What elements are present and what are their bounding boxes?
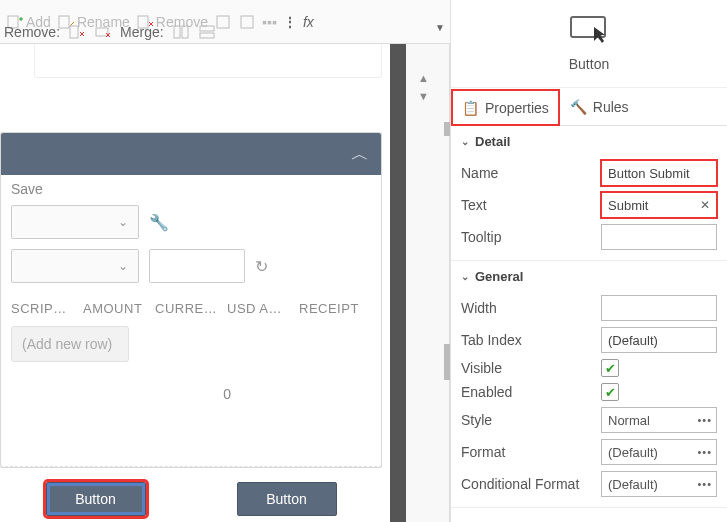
add-row-button[interactable]: (Add new row) <box>11 326 129 362</box>
panel-outline <box>34 44 382 78</box>
width-input[interactable] <box>601 295 717 321</box>
wrench-icon[interactable]: 🔧 <box>149 213 169 232</box>
form-panel: ︿ Save ⌄ 🔧 ⌄ ↻ SCRIP… AMOUNT CURRE… USD … <box>0 132 382 468</box>
tab-label: Properties <box>485 100 549 116</box>
ruler-arrow-down-icon: ▼ <box>418 90 429 102</box>
clear-icon[interactable]: ✕ <box>700 198 710 212</box>
tab-properties[interactable]: 📋 Properties <box>451 89 560 126</box>
inspector-header: Button <box>451 0 727 88</box>
tabindex-label: Tab Index <box>461 332 601 348</box>
format-label: Format <box>461 444 601 460</box>
toolbar-lower: Remove: Merge: <box>0 20 216 44</box>
enabled-label: Enabled <box>461 384 601 400</box>
detail-header[interactable]: ⌄ Detail <box>451 126 727 156</box>
text-input[interactable] <box>149 249 245 283</box>
merge-label: Merge: <box>120 24 164 40</box>
toolbar-icon-2[interactable] <box>238 13 256 31</box>
cond-format-label: Conditional Format <box>461 476 601 492</box>
inspector-tabs: 📋 Properties 🔨 Rules <box>451 88 727 126</box>
remove-label: Remove: <box>4 24 60 40</box>
width-label: Width <box>461 300 601 316</box>
section-title: General <box>475 269 523 284</box>
total-value: 0 <box>11 386 371 402</box>
text-label: Text <box>461 197 601 213</box>
tabindex-input[interactable]: (Default) <box>601 327 717 353</box>
name-input[interactable]: Button Submit <box>601 160 717 186</box>
secondary-button-canvas[interactable]: Button <box>237 482 337 516</box>
ruler-arrow-up-icon: ▲ <box>418 72 429 84</box>
remove-row-icon[interactable] <box>94 23 112 41</box>
cond-format-combo[interactable]: (Default)••• <box>601 471 717 497</box>
general-section: ⌄ General Width Tab Index (Default) Visi… <box>451 261 727 508</box>
dropdown-2[interactable]: ⌄ <box>11 249 139 283</box>
fx-button[interactable]: fx <box>303 14 314 30</box>
more-icon[interactable]: ••• <box>697 446 712 458</box>
detail-section: ⌄ Detail Name Button Submit Text Submit … <box>451 126 727 261</box>
button-control-icon <box>569 15 609 52</box>
toolbar: Add Rename Remove ▪▪▪ ⋮ fx Remove: Merge… <box>0 0 455 44</box>
visible-label: Visible <box>461 360 601 376</box>
col-header: AMOUNT <box>83 301 155 316</box>
form-header[interactable]: ︿ <box>1 133 381 175</box>
column-headers: SCRIP… AMOUNT CURRE… USD A… RECEIPT <box>11 301 371 316</box>
svg-rect-18 <box>200 33 214 38</box>
format-combo[interactable]: (Default)••• <box>601 439 717 465</box>
remove-col-icon[interactable] <box>68 23 86 41</box>
design-canvas: ︿ Save ⌄ 🔧 ⌄ ↻ SCRIP… AMOUNT CURRE… USD … <box>0 44 390 522</box>
inspector-title: Button <box>569 56 609 72</box>
style-combo[interactable]: Normal••• <box>601 407 717 433</box>
name-label: Name <box>461 165 601 181</box>
toolbar-collapse-icon[interactable]: ▼ <box>435 22 445 33</box>
svg-rect-8 <box>241 16 253 28</box>
col-header: SCRIP… <box>11 301 83 316</box>
svg-rect-12 <box>96 28 108 36</box>
style-label: Style <box>461 412 601 428</box>
toolbar-more-icon[interactable]: ▪▪▪ <box>262 14 277 30</box>
svg-rect-9 <box>70 26 78 38</box>
chevron-down-icon: ⌄ <box>118 259 128 273</box>
svg-rect-7 <box>217 16 229 28</box>
properties-icon: 📋 <box>462 100 479 116</box>
svg-rect-15 <box>174 26 180 38</box>
chevron-down-icon: ⌄ <box>118 215 128 229</box>
toolbar-vmore-icon[interactable]: ⋮ <box>283 14 297 30</box>
more-icon[interactable]: ••• <box>697 414 712 426</box>
tab-label: Rules <box>593 99 629 115</box>
col-header: CURRE… <box>155 301 227 316</box>
merge-icon-1[interactable] <box>172 23 190 41</box>
enabled-checkbox[interactable]: ✔ <box>601 383 619 401</box>
toolbar-icon-1[interactable] <box>214 13 232 31</box>
tooltip-label: Tooltip <box>461 229 601 245</box>
submit-button-canvas[interactable]: Button <box>46 482 146 516</box>
chevron-up-icon: ︿ <box>351 142 369 166</box>
tooltip-input[interactable] <box>601 224 717 250</box>
rules-icon: 🔨 <box>570 99 587 115</box>
general-header[interactable]: ⌄ General <box>451 261 727 291</box>
ruler: ▲ ▼ <box>406 44 450 522</box>
more-icon[interactable]: ••• <box>697 478 712 490</box>
merge-icon-2[interactable] <box>198 23 216 41</box>
col-header: RECEIPT <box>299 301 371 316</box>
svg-rect-17 <box>200 26 214 31</box>
dropdown-1[interactable]: ⌄ <box>11 205 139 239</box>
svg-rect-16 <box>182 26 188 38</box>
text-input-prop[interactable]: Submit ✕ <box>601 192 717 218</box>
tab-rules[interactable]: 🔨 Rules <box>560 88 639 125</box>
button-row: Button Button <box>0 466 382 522</box>
save-label: Save <box>11 181 371 197</box>
visible-checkbox[interactable]: ✔ <box>601 359 619 377</box>
refresh-icon[interactable]: ↻ <box>255 257 268 276</box>
vertical-divider <box>390 44 406 522</box>
section-title: Detail <box>475 134 510 149</box>
inspector-panel: Button 📋 Properties 🔨 Rules ⌄ Detail Nam… <box>450 0 727 522</box>
col-header: USD A… <box>227 301 299 316</box>
chevron-down-icon: ⌄ <box>461 136 469 147</box>
chevron-down-icon: ⌄ <box>461 271 469 282</box>
